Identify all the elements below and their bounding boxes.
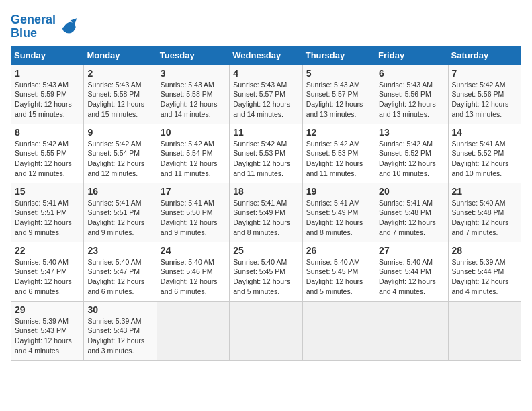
day-number: 1 bbox=[15, 68, 80, 79]
weekday-header-row: SundayMondayTuesdayWednesdayThursdayFrid… bbox=[11, 46, 521, 64]
day-detail: Sunrise: 5:43 AM Sunset: 5:59 PM Dayligh… bbox=[15, 80, 80, 120]
logo-icon bbox=[58, 16, 80, 38]
page-header: General Blue bbox=[11, 11, 521, 40]
calendar-week-4: 22Sunrise: 5:40 AM Sunset: 5:47 PM Dayli… bbox=[11, 242, 521, 301]
day-detail: Sunrise: 5:42 AM Sunset: 5:55 PM Dayligh… bbox=[15, 139, 80, 179]
day-number: 12 bbox=[306, 127, 371, 138]
day-detail: Sunrise: 5:40 AM Sunset: 5:45 PM Dayligh… bbox=[306, 257, 371, 297]
day-number: 10 bbox=[161, 127, 226, 138]
calendar-cell: 21Sunrise: 5:40 AM Sunset: 5:48 PM Dayli… bbox=[448, 183, 521, 242]
calendar-cell: 1Sunrise: 5:43 AM Sunset: 5:59 PM Daylig… bbox=[11, 64, 84, 124]
calendar-cell: 4Sunrise: 5:43 AM Sunset: 5:57 PM Daylig… bbox=[230, 64, 302, 124]
day-number: 18 bbox=[233, 186, 298, 197]
day-detail: Sunrise: 5:43 AM Sunset: 5:57 PM Dayligh… bbox=[306, 80, 371, 120]
logo-text: General bbox=[11, 13, 56, 27]
day-detail: Sunrise: 5:41 AM Sunset: 5:51 PM Dayligh… bbox=[87, 198, 152, 238]
day-number: 14 bbox=[452, 127, 517, 138]
weekday-header-monday: Monday bbox=[84, 46, 157, 64]
day-detail: Sunrise: 5:42 AM Sunset: 5:54 PM Dayligh… bbox=[87, 139, 152, 179]
weekday-header-saturday: Saturday bbox=[448, 46, 521, 64]
calendar-table: SundayMondayTuesdayWednesdayThursdayFrid… bbox=[11, 46, 521, 361]
day-number: 15 bbox=[15, 186, 80, 197]
weekday-header-wednesday: Wednesday bbox=[230, 46, 302, 64]
day-number: 7 bbox=[452, 68, 517, 79]
day-number: 13 bbox=[379, 127, 444, 138]
day-detail: Sunrise: 5:41 AM Sunset: 5:51 PM Dayligh… bbox=[15, 198, 80, 238]
day-number: 26 bbox=[306, 245, 371, 256]
calendar-week-1: 1Sunrise: 5:43 AM Sunset: 5:59 PM Daylig… bbox=[11, 64, 521, 124]
logo-subtext: Blue bbox=[11, 27, 56, 40]
day-number: 22 bbox=[15, 245, 80, 256]
day-detail: Sunrise: 5:41 AM Sunset: 5:48 PM Dayligh… bbox=[379, 198, 444, 238]
calendar-cell bbox=[302, 301, 375, 360]
day-number: 4 bbox=[233, 68, 298, 79]
calendar-cell: 26Sunrise: 5:40 AM Sunset: 5:45 PM Dayli… bbox=[302, 242, 375, 301]
calendar-cell bbox=[375, 301, 448, 360]
calendar-cell: 29Sunrise: 5:39 AM Sunset: 5:43 PM Dayli… bbox=[11, 301, 84, 360]
day-number: 29 bbox=[15, 304, 80, 315]
calendar-cell: 7Sunrise: 5:42 AM Sunset: 5:56 PM Daylig… bbox=[448, 64, 521, 124]
day-number: 5 bbox=[306, 68, 371, 79]
day-number: 27 bbox=[379, 245, 444, 256]
day-number: 30 bbox=[87, 304, 152, 315]
day-number: 17 bbox=[161, 186, 226, 197]
weekday-header-tuesday: Tuesday bbox=[157, 46, 229, 64]
calendar-cell: 27Sunrise: 5:40 AM Sunset: 5:44 PM Dayli… bbox=[375, 242, 448, 301]
logo: General Blue bbox=[11, 13, 80, 40]
weekday-header-thursday: Thursday bbox=[302, 46, 375, 64]
day-detail: Sunrise: 5:39 AM Sunset: 5:43 PM Dayligh… bbox=[15, 316, 80, 356]
calendar-cell: 24Sunrise: 5:40 AM Sunset: 5:46 PM Dayli… bbox=[157, 242, 229, 301]
calendar-cell: 9Sunrise: 5:42 AM Sunset: 5:54 PM Daylig… bbox=[84, 124, 157, 183]
calendar-cell: 28Sunrise: 5:39 AM Sunset: 5:44 PM Dayli… bbox=[448, 242, 521, 301]
calendar-cell: 13Sunrise: 5:42 AM Sunset: 5:52 PM Dayli… bbox=[375, 124, 448, 183]
calendar-week-5: 29Sunrise: 5:39 AM Sunset: 5:43 PM Dayli… bbox=[11, 301, 521, 360]
calendar-cell: 18Sunrise: 5:41 AM Sunset: 5:49 PM Dayli… bbox=[230, 183, 302, 242]
day-detail: Sunrise: 5:41 AM Sunset: 5:49 PM Dayligh… bbox=[233, 198, 298, 238]
calendar-cell: 8Sunrise: 5:42 AM Sunset: 5:55 PM Daylig… bbox=[11, 124, 84, 183]
day-number: 6 bbox=[379, 68, 444, 79]
day-detail: Sunrise: 5:43 AM Sunset: 5:58 PM Dayligh… bbox=[87, 80, 152, 120]
day-detail: Sunrise: 5:43 AM Sunset: 5:56 PM Dayligh… bbox=[379, 80, 444, 120]
calendar-cell: 5Sunrise: 5:43 AM Sunset: 5:57 PM Daylig… bbox=[302, 64, 375, 124]
calendar-cell: 19Sunrise: 5:41 AM Sunset: 5:49 PM Dayli… bbox=[302, 183, 375, 242]
calendar-cell: 14Sunrise: 5:41 AM Sunset: 5:52 PM Dayli… bbox=[448, 124, 521, 183]
day-detail: Sunrise: 5:40 AM Sunset: 5:47 PM Dayligh… bbox=[87, 257, 152, 297]
day-detail: Sunrise: 5:42 AM Sunset: 5:56 PM Dayligh… bbox=[452, 80, 517, 120]
day-detail: Sunrise: 5:40 AM Sunset: 5:48 PM Dayligh… bbox=[452, 198, 517, 238]
day-detail: Sunrise: 5:40 AM Sunset: 5:44 PM Dayligh… bbox=[379, 257, 444, 297]
calendar-cell: 12Sunrise: 5:42 AM Sunset: 5:53 PM Dayli… bbox=[302, 124, 375, 183]
calendar-week-2: 8Sunrise: 5:42 AM Sunset: 5:55 PM Daylig… bbox=[11, 124, 521, 183]
day-number: 20 bbox=[379, 186, 444, 197]
day-number: 21 bbox=[452, 186, 517, 197]
calendar-cell: 2Sunrise: 5:43 AM Sunset: 5:58 PM Daylig… bbox=[84, 64, 157, 124]
calendar-cell: 15Sunrise: 5:41 AM Sunset: 5:51 PM Dayli… bbox=[11, 183, 84, 242]
calendar-cell bbox=[448, 301, 521, 360]
day-detail: Sunrise: 5:41 AM Sunset: 5:49 PM Dayligh… bbox=[306, 198, 371, 238]
calendar-cell: 30Sunrise: 5:39 AM Sunset: 5:43 PM Dayli… bbox=[84, 301, 157, 360]
calendar-week-3: 15Sunrise: 5:41 AM Sunset: 5:51 PM Dayli… bbox=[11, 183, 521, 242]
day-detail: Sunrise: 5:42 AM Sunset: 5:52 PM Dayligh… bbox=[379, 139, 444, 179]
calendar-cell: 17Sunrise: 5:41 AM Sunset: 5:50 PM Dayli… bbox=[157, 183, 229, 242]
calendar-cell: 6Sunrise: 5:43 AM Sunset: 5:56 PM Daylig… bbox=[375, 64, 448, 124]
day-number: 19 bbox=[306, 186, 371, 197]
day-detail: Sunrise: 5:42 AM Sunset: 5:54 PM Dayligh… bbox=[161, 139, 226, 179]
day-number: 11 bbox=[233, 127, 298, 138]
day-detail: Sunrise: 5:40 AM Sunset: 5:45 PM Dayligh… bbox=[233, 257, 298, 297]
calendar-cell: 23Sunrise: 5:40 AM Sunset: 5:47 PM Dayli… bbox=[84, 242, 157, 301]
calendar-cell: 22Sunrise: 5:40 AM Sunset: 5:47 PM Dayli… bbox=[11, 242, 84, 301]
day-detail: Sunrise: 5:40 AM Sunset: 5:47 PM Dayligh… bbox=[15, 257, 80, 297]
day-detail: Sunrise: 5:40 AM Sunset: 5:46 PM Dayligh… bbox=[161, 257, 226, 297]
calendar-cell: 25Sunrise: 5:40 AM Sunset: 5:45 PM Dayli… bbox=[230, 242, 302, 301]
day-number: 8 bbox=[15, 127, 80, 138]
calendar-cell bbox=[230, 301, 302, 360]
day-detail: Sunrise: 5:39 AM Sunset: 5:44 PM Dayligh… bbox=[452, 257, 517, 297]
calendar-cell: 10Sunrise: 5:42 AM Sunset: 5:54 PM Dayli… bbox=[157, 124, 229, 183]
day-detail: Sunrise: 5:42 AM Sunset: 5:53 PM Dayligh… bbox=[233, 139, 298, 179]
calendar-cell: 3Sunrise: 5:43 AM Sunset: 5:58 PM Daylig… bbox=[157, 64, 229, 124]
day-detail: Sunrise: 5:42 AM Sunset: 5:53 PM Dayligh… bbox=[306, 139, 371, 179]
day-number: 23 bbox=[87, 245, 152, 256]
calendar-cell: 11Sunrise: 5:42 AM Sunset: 5:53 PM Dayli… bbox=[230, 124, 302, 183]
day-number: 28 bbox=[452, 245, 517, 256]
day-detail: Sunrise: 5:39 AM Sunset: 5:43 PM Dayligh… bbox=[87, 316, 152, 356]
calendar-cell: 20Sunrise: 5:41 AM Sunset: 5:48 PM Dayli… bbox=[375, 183, 448, 242]
